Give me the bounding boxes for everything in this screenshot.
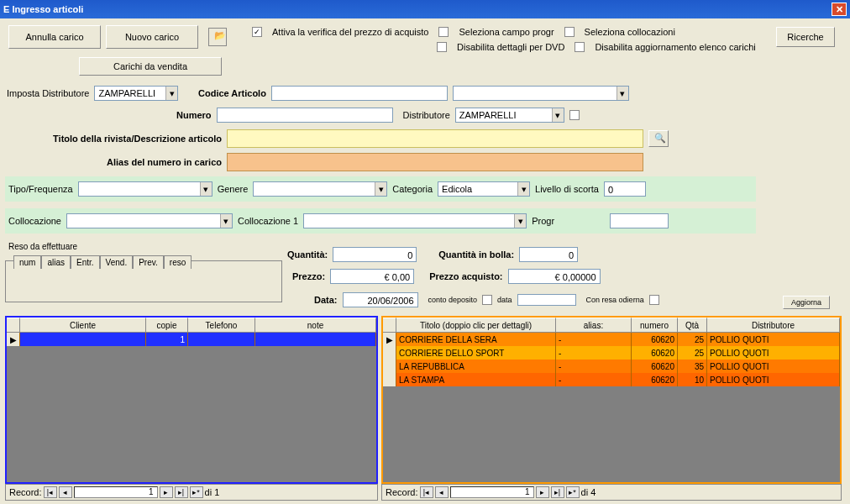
- distributore-label: Distributore: [403, 110, 450, 120]
- quantita-bolla-input[interactable]: 0: [519, 247, 578, 262]
- conto-dep-check[interactable]: [482, 295, 492, 305]
- tipo-combo[interactable]: ▾: [78, 181, 212, 197]
- rec-index[interactable]: 1: [74, 486, 158, 498]
- right-rec-total: di 4: [581, 487, 596, 497]
- table-row[interactable]: ▶ CORRIERE DELLA SERA - 60620 25 POLLIO …: [383, 333, 840, 346]
- rec-index[interactable]: 1: [450, 486, 534, 498]
- table-row[interactable]: LA STAMPA - 60620 10 POLLIO QUOTI: [383, 373, 840, 386]
- check-dis-agg-label: Disabilita aggiornamento elenco carichi: [595, 42, 755, 52]
- right-grid: Titolo (doppio clic per dettagli) alias:…: [381, 316, 842, 484]
- numero-label: Numero: [176, 110, 212, 120]
- right-h-numero[interactable]: numero: [632, 318, 678, 332]
- livello-label: Livello di scorta: [535, 184, 599, 194]
- left-rec-total: di 1: [205, 487, 220, 497]
- left-h-note[interactable]: note: [255, 318, 376, 332]
- check-sel-progr-label: Seleziona campo progr: [459, 27, 554, 37]
- data-input[interactable]: 20/06/2006: [343, 292, 418, 307]
- left-h-cliente[interactable]: Cliente: [20, 318, 146, 332]
- check-sel-colloc[interactable]: [564, 27, 575, 37]
- alias-input[interactable]: [227, 153, 643, 171]
- check-dis-dvd[interactable]: [437, 42, 447, 52]
- livello-input[interactable]: 0: [604, 181, 646, 197]
- tab-num[interactable]: num: [13, 255, 41, 269]
- annulla-button[interactable]: Annulla carico: [8, 25, 101, 49]
- nuovo-button[interactable]: Nuovo carico: [106, 25, 198, 49]
- data2-label: data: [497, 296, 512, 304]
- genere-combo[interactable]: ▾: [253, 181, 387, 197]
- categoria-label: Categoria: [392, 184, 433, 194]
- rec-first-icon[interactable]: |◂: [44, 486, 57, 498]
- numero-input[interactable]: [217, 108, 393, 123]
- rec-new-icon[interactable]: ▸*: [190, 486, 203, 498]
- categoria-combo[interactable]: Edicola▾: [438, 181, 530, 197]
- codice-input[interactable]: [271, 86, 448, 101]
- right-rec-label: Record:: [386, 487, 418, 497]
- check-sel-progr[interactable]: [438, 27, 449, 37]
- distributore-combo[interactable]: ZAMPARELLI▾: [455, 108, 564, 123]
- dist-check[interactable]: [569, 110, 580, 120]
- close-icon[interactable]: ✕: [832, 3, 847, 16]
- rec-new-icon[interactable]: ▸*: [566, 486, 580, 498]
- tipo-label: Tipo/Frequenza: [8, 184, 73, 194]
- imposta-dist-combo[interactable]: ZAMPARELLI▾: [94, 86, 178, 101]
- left-grid: Cliente copie Telefono note ▶ 1: [5, 316, 378, 484]
- right-h-dist[interactable]: Distributore: [707, 318, 840, 332]
- colloc1-label: Collocazione 1: [238, 216, 298, 226]
- data2-input[interactable]: [517, 294, 576, 306]
- tab-entr[interactable]: Entr.: [71, 255, 100, 269]
- titolo-input[interactable]: [227, 129, 643, 148]
- progr-input[interactable]: [610, 213, 669, 228]
- imposta-dist-label: Imposta Distributore: [7, 88, 89, 98]
- check-sel-colloc-label: Seleziona collocazioni: [585, 27, 675, 37]
- right-grid-header: Titolo (doppio clic per dettagli) alias:…: [383, 318, 840, 333]
- rec-last-icon[interactable]: ▸|: [175, 486, 188, 498]
- left-h-copie[interactable]: copie: [146, 318, 188, 332]
- rec-first-icon[interactable]: |◂: [420, 486, 433, 498]
- left-h-telefono[interactable]: Telefono: [188, 318, 255, 332]
- resa-label: Con resa odierna: [586, 296, 644, 304]
- left-recnav: Record: |◂ ◂ 1 ▸ ▸| ▸* di 1: [5, 484, 378, 501]
- prezzo-acq-input[interactable]: € 0,00000: [508, 269, 601, 284]
- tab-reso[interactable]: reso: [164, 255, 192, 269]
- prezzo-acq-label: Prezzo acquisto:: [429, 271, 502, 281]
- left-row-empty[interactable]: ▶ 1: [7, 333, 376, 346]
- codice-label: Codice Articolo: [198, 88, 266, 98]
- quantita-bolla-label: Quantità in bolla:: [438, 249, 514, 260]
- check-dis-agg[interactable]: [575, 42, 585, 52]
- aggiorna-button[interactable]: Aggiorna: [783, 296, 830, 309]
- quantita-input[interactable]: 0: [333, 247, 417, 262]
- progr-label: Progr: [532, 216, 554, 226]
- table-row[interactable]: CORRIERE DELLO SPORT - 60620 25 POLLIO Q…: [383, 346, 840, 360]
- titolo-zoom-icon[interactable]: 🔍: [648, 130, 669, 147]
- data-label: Data:: [314, 295, 338, 305]
- rec-prev-icon[interactable]: ◂: [59, 486, 72, 498]
- table-row[interactable]: LA REPUBBLICA - 60620 35 POLLIO QUOTI: [383, 360, 840, 373]
- right-h-qta[interactable]: Qtà: [678, 318, 707, 332]
- ricerche-button[interactable]: Ricerche: [776, 27, 835, 47]
- rec-next-icon[interactable]: ▸: [160, 486, 173, 498]
- right-h-alias[interactable]: alias:: [556, 318, 632, 332]
- right-h-titolo[interactable]: Titolo (doppio clic per dettagli): [396, 318, 556, 332]
- check-attiva[interactable]: [252, 27, 262, 37]
- tab-alias[interactable]: alias: [41, 255, 71, 269]
- window-title: E Ingresso articoli: [3, 4, 83, 14]
- rec-next-icon[interactable]: ▸: [536, 486, 549, 498]
- rec-last-icon[interactable]: ▸|: [551, 486, 564, 498]
- quantita-label: Quantità:: [287, 249, 328, 260]
- carichi-button[interactable]: Carichi da vendita: [79, 57, 222, 76]
- tab-prev[interactable]: Prev.: [133, 255, 164, 269]
- rec-prev-icon[interactable]: ◂: [435, 486, 449, 498]
- tab-vend[interactable]: Vend.: [100, 255, 134, 269]
- titolo-label: Titolo della rivista/Descrizione articol…: [7, 134, 222, 144]
- tool-icon[interactable]: 📂: [208, 28, 227, 46]
- reso-title: Reso da effettuare: [8, 242, 77, 251]
- genere-label: Genere: [218, 184, 249, 194]
- resa-check[interactable]: [649, 295, 659, 305]
- codice-combo[interactable]: ▾: [453, 86, 629, 101]
- right-recnav: Record: |◂ ◂ 1 ▸ ▸| ▸* di 4: [381, 484, 842, 501]
- colloc-combo[interactable]: ▾: [66, 213, 233, 228]
- check-attiva-label: Attiva la verifica del prezzo di acquist…: [272, 27, 428, 37]
- colloc1-combo[interactable]: ▾: [303, 213, 527, 228]
- left-rec-label: Record:: [9, 487, 42, 497]
- prezzo-input[interactable]: € 0,00: [330, 269, 414, 284]
